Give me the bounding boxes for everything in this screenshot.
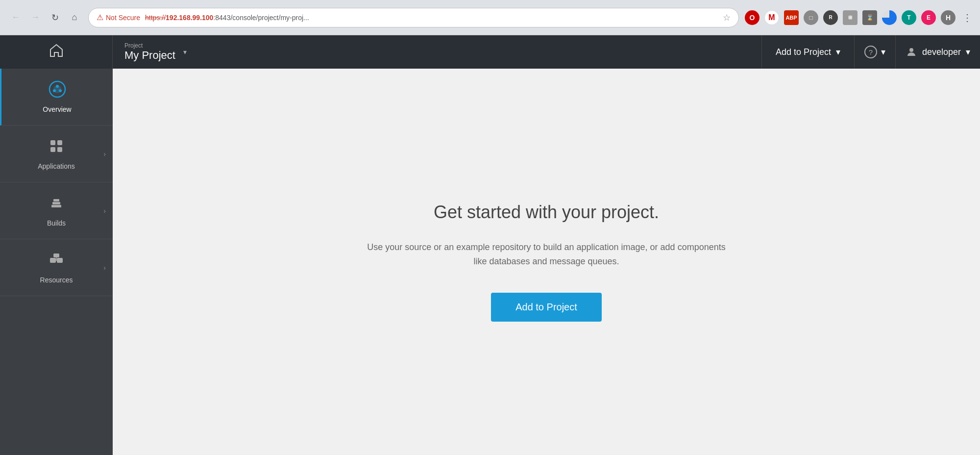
- project-dropdown-chevron[interactable]: ▾: [183, 48, 187, 56]
- builds-icon: [48, 194, 65, 215]
- home-nav-button[interactable]: [0, 35, 113, 69]
- adblock-extension[interactable]: ABP: [784, 10, 799, 25]
- resources-label: Resources: [40, 276, 73, 284]
- applications-icon: [48, 137, 65, 158]
- add-to-project-header-label: Add to Project: [776, 47, 831, 57]
- help-circle-icon: ?: [864, 46, 877, 58]
- url-path: :8443: [213, 14, 230, 22]
- svg-point-4: [59, 89, 62, 92]
- add-to-project-header-button[interactable]: Add to Project ▾: [762, 35, 855, 69]
- address-bar[interactable]: ⚠ Not Secure https://192.168.99.100:8443…: [88, 8, 739, 27]
- svg-point-5: [53, 89, 56, 92]
- url-display: https://192.168.99.100:8443/console/proj…: [145, 14, 718, 22]
- back-button[interactable]: ←: [8, 10, 24, 25]
- chrome-menu-button[interactable]: ⋮: [962, 12, 972, 24]
- project-label: Project: [124, 42, 175, 49]
- not-secure-text: Not Secure: [106, 14, 140, 22]
- home-button[interactable]: ⌂: [67, 10, 82, 25]
- ext-darkgray-1[interactable]: R: [823, 10, 838, 25]
- svg-rect-15: [53, 253, 59, 257]
- main-content: Get started with your project. Use your …: [113, 69, 980, 455]
- user-menu[interactable]: developer ▾: [896, 35, 980, 69]
- sidebar-item-resources[interactable]: Resources ›: [0, 239, 113, 296]
- url-path-rest: /console/project/my-proj...: [230, 14, 309, 22]
- browser-chrome: ← → ↻ ⌂ ⚠ Not Secure https://192.168.99.…: [0, 0, 980, 35]
- ext-gray-1[interactable]: □: [804, 10, 818, 25]
- top-header: Project My Project ▾ Add to Project ▾ ? …: [0, 35, 980, 69]
- sidebar-item-applications[interactable]: Applications ›: [0, 126, 113, 182]
- resources-chevron: ›: [103, 264, 106, 272]
- svg-point-0: [909, 48, 913, 52]
- ext-pink-1[interactable]: E: [921, 10, 936, 25]
- help-button[interactable]: ? ▾: [855, 35, 896, 69]
- user-name-label: developer: [922, 47, 961, 57]
- bookmark-button[interactable]: ☆: [723, 12, 731, 23]
- security-warning: ⚠ Not Secure: [97, 13, 140, 22]
- applications-label: Applications: [38, 162, 75, 170]
- builds-label: Builds: [47, 219, 66, 227]
- app-container: Project My Project ▾ Add to Project ▾ ? …: [0, 35, 980, 455]
- add-to-project-main-button[interactable]: Add to Project: [491, 293, 602, 322]
- url-protocol: https://: [145, 14, 166, 22]
- overview-label: Overview: [43, 105, 71, 113]
- gmail-extension[interactable]: M: [764, 10, 779, 25]
- sidebar: Overview Applications ›: [0, 69, 113, 455]
- help-chevron: ▾: [881, 47, 885, 57]
- svg-rect-12: [53, 199, 59, 202]
- forward-button[interactable]: →: [27, 10, 43, 25]
- welcome-container: Get started with your project. Use your …: [347, 173, 745, 352]
- project-section: Project My Project ▾: [113, 35, 762, 69]
- welcome-title: Get started with your project.: [367, 202, 725, 223]
- ext-blue-ring[interactable]: [882, 10, 897, 25]
- ext-gray-4[interactable]: H: [941, 10, 956, 25]
- svg-rect-9: [57, 147, 62, 152]
- opera-extension[interactable]: O: [745, 10, 760, 25]
- svg-rect-7: [57, 140, 62, 145]
- project-name: My Project: [124, 49, 175, 61]
- svg-rect-11: [52, 202, 60, 204]
- project-info: Project My Project: [124, 42, 175, 62]
- sidebar-item-builds[interactable]: Builds ›: [0, 182, 113, 239]
- ext-gray-3[interactable]: ⌛: [862, 10, 877, 25]
- builds-chevron: ›: [103, 207, 106, 215]
- nav-buttons: ← → ↻ ⌂: [8, 10, 82, 25]
- svg-point-3: [56, 85, 59, 88]
- ext-gray-2[interactable]: ⊞: [843, 10, 858, 25]
- warning-icon: ⚠: [97, 13, 103, 22]
- resources-icon: [48, 251, 65, 272]
- applications-chevron: ›: [103, 150, 106, 158]
- svg-rect-8: [50, 147, 55, 152]
- overview-icon: [49, 80, 66, 101]
- add-to-project-chevron: ▾: [836, 47, 840, 57]
- sidebar-item-overview[interactable]: Overview: [0, 69, 113, 126]
- welcome-description: Use your source or an example repository…: [367, 240, 725, 269]
- url-host: 192.168.99.100: [166, 14, 213, 22]
- ext-teal-1[interactable]: T: [902, 10, 916, 25]
- user-menu-chevron: ▾: [966, 47, 970, 57]
- svg-rect-6: [50, 140, 55, 145]
- browser-extensions: O M ABP □ R ⊞ ⌛ T E H ⋮: [745, 10, 972, 25]
- user-icon: [906, 46, 917, 58]
- home-icon: [49, 43, 64, 62]
- reload-button[interactable]: ↻: [47, 10, 63, 25]
- svg-rect-10: [51, 205, 61, 207]
